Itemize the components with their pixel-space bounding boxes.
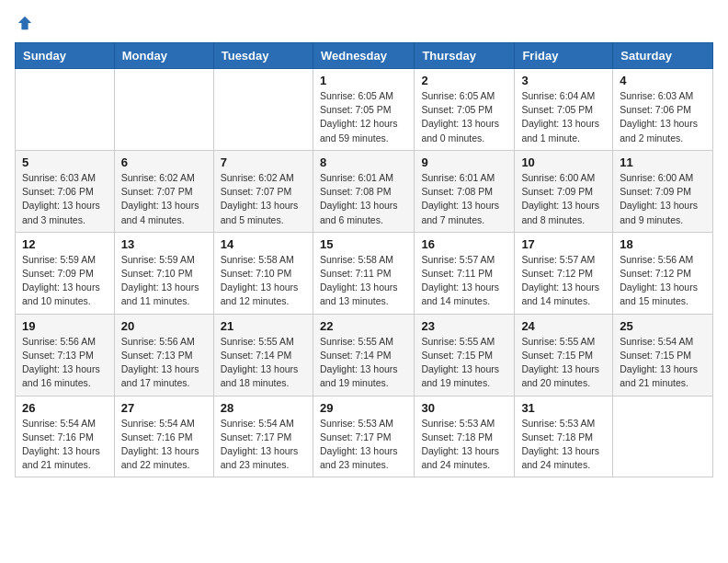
calendar-cell: 23Sunrise: 5:55 AM Sunset: 7:15 PM Dayli… — [415, 314, 515, 396]
day-info: Sunrise: 6:01 AM Sunset: 7:08 PM Dayligh… — [421, 171, 507, 227]
calendar-week-row: 12Sunrise: 5:59 AM Sunset: 7:09 PM Dayli… — [16, 232, 713, 314]
day-number: 5 — [22, 155, 108, 169]
day-number: 10 — [521, 155, 606, 169]
calendar-cell: 7Sunrise: 6:02 AM Sunset: 7:07 PM Daylig… — [213, 150, 313, 232]
calendar-week-row: 1Sunrise: 6:05 AM Sunset: 7:05 PM Daylig… — [16, 69, 713, 151]
calendar-cell — [114, 69, 213, 151]
day-number: 24 — [521, 319, 606, 333]
day-info: Sunrise: 5:59 AM Sunset: 7:10 PM Dayligh… — [121, 253, 207, 309]
day-info: Sunrise: 6:05 AM Sunset: 7:05 PM Dayligh… — [421, 89, 507, 145]
day-info: Sunrise: 5:59 AM Sunset: 7:09 PM Dayligh… — [22, 253, 108, 309]
calendar-cell: 2Sunrise: 6:05 AM Sunset: 7:05 PM Daylig… — [415, 69, 515, 151]
day-info: Sunrise: 6:05 AM Sunset: 7:05 PM Dayligh… — [320, 89, 407, 145]
calendar-cell — [613, 396, 713, 477]
svg-marker-0 — [18, 17, 31, 29]
calendar-cell: 20Sunrise: 5:56 AM Sunset: 7:13 PM Dayli… — [114, 314, 213, 396]
calendar-cell: 17Sunrise: 5:57 AM Sunset: 7:12 PM Dayli… — [515, 232, 613, 314]
day-info: Sunrise: 5:56 AM Sunset: 7:13 PM Dayligh… — [121, 335, 207, 391]
calendar-cell: 28Sunrise: 5:54 AM Sunset: 7:17 PM Dayli… — [213, 396, 313, 477]
day-info: Sunrise: 5:57 AM Sunset: 7:12 PM Dayligh… — [521, 253, 606, 309]
calendar-header-row: SundayMondayTuesdayWednesdayThursdayFrid… — [16, 43, 713, 69]
day-number: 16 — [421, 237, 507, 251]
calendar-cell: 5Sunrise: 6:03 AM Sunset: 7:06 PM Daylig… — [16, 150, 115, 232]
calendar-cell: 4Sunrise: 6:03 AM Sunset: 7:06 PM Daylig… — [613, 69, 713, 151]
day-number: 2 — [421, 74, 507, 87]
day-number: 27 — [121, 401, 207, 415]
day-info: Sunrise: 5:54 AM Sunset: 7:16 PM Dayligh… — [22, 417, 108, 473]
calendar-cell: 6Sunrise: 6:02 AM Sunset: 7:07 PM Daylig… — [114, 150, 213, 232]
calendar-cell — [16, 69, 115, 151]
day-info: Sunrise: 5:58 AM Sunset: 7:11 PM Dayligh… — [320, 253, 407, 309]
day-info: Sunrise: 5:53 AM Sunset: 7:18 PM Dayligh… — [521, 417, 606, 473]
day-number: 11 — [620, 155, 706, 169]
weekday-header: Monday — [114, 43, 213, 69]
calendar-cell: 1Sunrise: 6:05 AM Sunset: 7:05 PM Daylig… — [313, 69, 414, 151]
day-number: 8 — [320, 155, 407, 169]
calendar-cell: 19Sunrise: 5:56 AM Sunset: 7:13 PM Dayli… — [16, 314, 115, 396]
day-info: Sunrise: 5:53 AM Sunset: 7:17 PM Dayligh… — [320, 417, 407, 473]
day-number: 17 — [521, 237, 606, 251]
calendar-cell — [213, 69, 313, 151]
weekday-header: Friday — [515, 43, 613, 69]
day-info: Sunrise: 6:02 AM Sunset: 7:07 PM Dayligh… — [121, 171, 207, 227]
logo-icon — [17, 15, 33, 31]
calendar-cell: 15Sunrise: 5:58 AM Sunset: 7:11 PM Dayli… — [313, 232, 414, 314]
day-number: 15 — [320, 237, 407, 251]
day-number: 25 — [620, 319, 706, 333]
calendar-cell: 26Sunrise: 5:54 AM Sunset: 7:16 PM Dayli… — [16, 396, 115, 477]
day-info: Sunrise: 5:56 AM Sunset: 7:12 PM Dayligh… — [620, 253, 706, 309]
calendar-cell: 25Sunrise: 5:54 AM Sunset: 7:15 PM Dayli… — [613, 314, 713, 396]
day-info: Sunrise: 6:00 AM Sunset: 7:09 PM Dayligh… — [620, 171, 706, 227]
day-info: Sunrise: 5:55 AM Sunset: 7:15 PM Dayligh… — [521, 335, 606, 391]
day-number: 21 — [221, 319, 306, 333]
day-info: Sunrise: 6:03 AM Sunset: 7:06 PM Dayligh… — [22, 171, 108, 227]
calendar-cell: 27Sunrise: 5:54 AM Sunset: 7:16 PM Dayli… — [114, 396, 213, 477]
calendar-cell: 22Sunrise: 5:55 AM Sunset: 7:14 PM Dayli… — [313, 314, 414, 396]
day-number: 22 — [320, 319, 407, 333]
day-info: Sunrise: 6:03 AM Sunset: 7:06 PM Dayligh… — [620, 89, 706, 145]
day-info: Sunrise: 5:55 AM Sunset: 7:14 PM Dayligh… — [221, 335, 306, 391]
calendar-cell: 8Sunrise: 6:01 AM Sunset: 7:08 PM Daylig… — [313, 150, 414, 232]
day-number: 19 — [22, 319, 108, 333]
day-number: 29 — [320, 401, 407, 415]
day-info: Sunrise: 5:54 AM Sunset: 7:17 PM Dayligh… — [221, 417, 306, 473]
day-number: 1 — [320, 74, 407, 87]
day-number: 14 — [221, 237, 306, 251]
day-info: Sunrise: 6:04 AM Sunset: 7:05 PM Dayligh… — [521, 89, 606, 145]
page-header — [15, 15, 713, 31]
day-number: 3 — [521, 74, 606, 87]
day-number: 30 — [421, 401, 507, 415]
day-number: 7 — [221, 155, 306, 169]
calendar-cell: 11Sunrise: 6:00 AM Sunset: 7:09 PM Dayli… — [613, 150, 713, 232]
day-number: 13 — [121, 237, 207, 251]
day-info: Sunrise: 5:55 AM Sunset: 7:14 PM Dayligh… — [320, 335, 407, 391]
logo — [15, 15, 33, 31]
day-info: Sunrise: 6:01 AM Sunset: 7:08 PM Dayligh… — [320, 171, 407, 227]
day-info: Sunrise: 5:56 AM Sunset: 7:13 PM Dayligh… — [22, 335, 108, 391]
day-number: 31 — [521, 401, 606, 415]
calendar-cell: 24Sunrise: 5:55 AM Sunset: 7:15 PM Dayli… — [515, 314, 613, 396]
calendar-cell: 21Sunrise: 5:55 AM Sunset: 7:14 PM Dayli… — [213, 314, 313, 396]
day-info: Sunrise: 5:53 AM Sunset: 7:18 PM Dayligh… — [421, 417, 507, 473]
calendar-week-row: 5Sunrise: 6:03 AM Sunset: 7:06 PM Daylig… — [16, 150, 713, 232]
day-info: Sunrise: 5:58 AM Sunset: 7:10 PM Dayligh… — [221, 253, 306, 309]
day-number: 26 — [22, 401, 108, 415]
calendar-week-row: 26Sunrise: 5:54 AM Sunset: 7:16 PM Dayli… — [16, 396, 713, 477]
calendar-cell: 16Sunrise: 5:57 AM Sunset: 7:11 PM Dayli… — [415, 232, 515, 314]
weekday-header: Tuesday — [213, 43, 313, 69]
day-number: 6 — [121, 155, 207, 169]
calendar-cell: 29Sunrise: 5:53 AM Sunset: 7:17 PM Dayli… — [313, 396, 414, 477]
calendar-cell: 9Sunrise: 6:01 AM Sunset: 7:08 PM Daylig… — [415, 150, 515, 232]
calendar-cell: 14Sunrise: 5:58 AM Sunset: 7:10 PM Dayli… — [213, 232, 313, 314]
weekday-header: Thursday — [415, 43, 515, 69]
calendar-cell: 30Sunrise: 5:53 AM Sunset: 7:18 PM Dayli… — [415, 396, 515, 477]
day-number: 23 — [421, 319, 507, 333]
calendar-cell: 3Sunrise: 6:04 AM Sunset: 7:05 PM Daylig… — [515, 69, 613, 151]
weekday-header: Wednesday — [313, 43, 414, 69]
calendar-cell: 18Sunrise: 5:56 AM Sunset: 7:12 PM Dayli… — [613, 232, 713, 314]
day-info: Sunrise: 5:54 AM Sunset: 7:16 PM Dayligh… — [121, 417, 207, 473]
day-number: 9 — [421, 155, 507, 169]
day-info: Sunrise: 5:55 AM Sunset: 7:15 PM Dayligh… — [421, 335, 507, 391]
calendar-cell: 31Sunrise: 5:53 AM Sunset: 7:18 PM Dayli… — [515, 396, 613, 477]
calendar-cell: 10Sunrise: 6:00 AM Sunset: 7:09 PM Dayli… — [515, 150, 613, 232]
